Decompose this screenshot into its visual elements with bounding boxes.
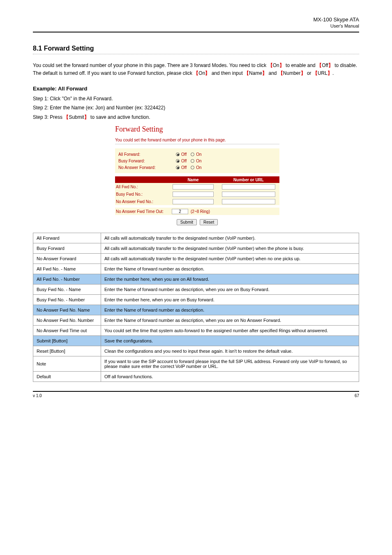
table-label: Default [33, 372, 101, 382]
table-desc: Enter the Name of forward number as desc… [101, 315, 359, 326]
table-desc: Enter the number here, when you are on B… [101, 295, 359, 305]
table-desc: Save the configurations. [101, 336, 359, 346]
all-fwd-no-row: All Fwd No.: [115, 183, 279, 190]
table-desc: Off all forward functions. [101, 372, 359, 382]
radio-on[interactable] [191, 159, 194, 163]
text: and [268, 70, 277, 76]
table-desc: Clean the configurations and you need to… [101, 346, 359, 356]
busy-fwd-no-row: Busy Fwd No.: [115, 190, 279, 198]
label: All Forward: [118, 152, 172, 157]
table-label: Busy Fwd No. - Name [33, 284, 101, 295]
label: Busy Fwd No.: [115, 192, 168, 197]
radio-off[interactable] [176, 159, 180, 163]
table-desc: Enter the Name of forward number as desc… [101, 264, 359, 274]
intro-paragraph: You could set the forward number of your… [33, 62, 359, 77]
radio-on-label: On [196, 152, 201, 157]
text: Number [283, 70, 301, 76]
busy-forward-row: Busy Forward: Off On [118, 157, 276, 164]
bracket-icon: 】 [327, 70, 332, 76]
all-fwd-number-input[interactable] [222, 184, 275, 190]
radio-on-label: On [196, 165, 201, 170]
timeout-hint: (2~8 Ring) [191, 209, 210, 214]
bracket-icon: 】 [205, 70, 210, 76]
bracket-icon: 】 [328, 62, 333, 68]
step-1: Step 1: Click "On" in the All Forward. [33, 96, 359, 102]
all-fwd-name-input[interactable] [173, 184, 214, 190]
table-row: No Answer Fwd No. NumberEnter the Name o… [33, 315, 359, 326]
text: and then input [212, 70, 243, 76]
table-label: All Fwd No. - Name [33, 264, 101, 274]
radio-off-label: Off [181, 165, 187, 170]
step-2: Step 2: Enter the Name (ex: Jon) and Num… [33, 105, 359, 111]
busy-fwd-name-input[interactable] [173, 192, 214, 197]
doc-title: MX-100 Skype ATA [33, 16, 359, 23]
radio-on[interactable] [191, 153, 194, 156]
table-desc: You could set the time that system auto-… [101, 326, 359, 336]
table-label: All Forward [33, 233, 101, 243]
table-desc: If you want to use the SIP account to fo… [101, 356, 359, 372]
table-desc: All calls will automatically transfer to… [101, 243, 359, 254]
table-desc: Enter the number here, when you are on A… [101, 274, 359, 284]
footer-page-number: 67 [355, 393, 359, 398]
timeout-input[interactable] [172, 209, 188, 214]
panel-title: Forward Setting [115, 125, 279, 134]
doc-subtitle: User's Manual [33, 23, 359, 28]
bracket-icon: 【 [317, 62, 322, 68]
table-label: No Answer Fwd No. Number [33, 315, 101, 326]
bracket-icon: 【 [244, 70, 249, 76]
table-desc: All calls will automatically transfer to… [101, 254, 359, 264]
bracket-icon: 【 [278, 70, 283, 76]
radio-off[interactable] [176, 166, 180, 169]
table-label: Reset [Button] [33, 346, 101, 356]
forward-mode-block: All Forward: Off On Busy Forward: Off On… [115, 148, 279, 173]
bracket-icon: 】 [301, 70, 306, 76]
footer-rule [33, 391, 359, 392]
label: Busy Forward: [118, 159, 172, 163]
radio-off[interactable] [176, 153, 180, 156]
reset-button[interactable]: Reset [200, 219, 218, 225]
radio-on[interactable] [191, 166, 194, 169]
table-label: Busy Forward [33, 243, 101, 254]
text: On [198, 70, 205, 76]
table-row: Busy Fwd No. - NumberEnter the number he… [33, 295, 359, 305]
table-row: Busy ForwardAll calls will automatically… [33, 243, 359, 254]
col-number: Number or URL [218, 178, 279, 182]
divider [115, 144, 279, 144]
submit-button[interactable]: Submit [177, 219, 197, 225]
table-desc: All calls will automatically transfer to… [101, 233, 359, 243]
radio-off-label: Off [181, 152, 187, 157]
no-answer-fwd-number-input[interactable] [222, 199, 275, 204]
description-table: All ForwardAll calls will automatically … [33, 233, 359, 382]
page-footer: v 1.0 67 [33, 393, 359, 398]
text: or [307, 70, 311, 76]
table-label: No Answer Fwd Time out [33, 326, 101, 336]
bracket-icon: 【 [64, 114, 69, 120]
table-row: No Answer Fwd No. NameEnter the Name of … [33, 305, 359, 315]
text: Name [249, 70, 262, 76]
table-label: All Fwd No. - Number [33, 274, 101, 284]
table-desc: Enter the Name of forward number as desc… [101, 305, 359, 315]
table-row: All ForwardAll calls will automatically … [33, 233, 359, 243]
table-row: Busy Fwd No. - NameEnter the Name of for… [33, 284, 359, 295]
table-row: DefaultOff all forward functions. [33, 372, 359, 382]
radio-off-label: Off [181, 159, 187, 163]
label: No Answer Forward: [118, 165, 172, 170]
table-row: No Answer ForwardAll calls will automati… [33, 254, 359, 264]
text: You could set the forward number of your… [33, 62, 268, 68]
bracket-icon: 】 [279, 62, 284, 68]
forward-setting-screenshot: Forward Setting You could set the forwar… [115, 125, 279, 225]
text: Step 3: Press [33, 114, 64, 120]
table-label: No Answer Forward [33, 254, 101, 264]
table-desc: Enter the Name of forward number as desc… [101, 284, 359, 295]
table-row: All Fwd No. - NameEnter the Name of forw… [33, 264, 359, 274]
table-label: Note [33, 356, 101, 372]
all-forward-row: All Forward: Off On [118, 151, 276, 157]
busy-fwd-number-input[interactable] [222, 192, 275, 197]
text: . [332, 70, 334, 76]
header-rule [33, 32, 359, 32]
example-title: Example: All Forward [33, 86, 359, 92]
label: No Answer Fwd No.: [115, 199, 168, 204]
text: to save and active function. [90, 114, 150, 120]
text: Submit [69, 114, 84, 120]
no-answer-fwd-name-input[interactable] [173, 199, 214, 204]
